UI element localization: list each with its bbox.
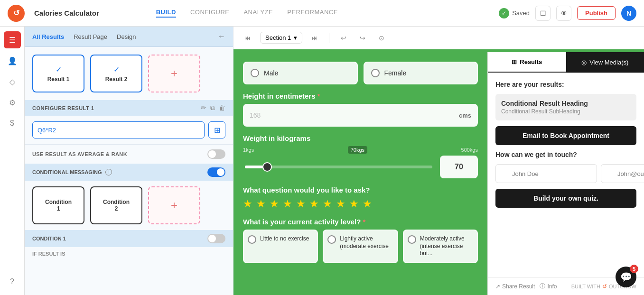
- activity2-radio[interactable]: [327, 235, 336, 244]
- height-input-row[interactable]: 168 cms: [243, 104, 478, 127]
- panel-back-arrow[interactable]: ←: [218, 32, 225, 41]
- saved-check-icon: ✓: [499, 8, 509, 18]
- activity1-radio[interactable]: [248, 235, 256, 244]
- formula-icon-btn[interactable]: ⊞: [208, 121, 225, 138]
- male-option[interactable]: Male: [243, 62, 358, 84]
- star-4[interactable]: ★: [283, 198, 292, 210]
- delete-icon[interactable]: 🗑: [219, 104, 225, 112]
- nav-build[interactable]: BUILD: [156, 9, 176, 18]
- result2-label: Result 2: [105, 76, 128, 83]
- star-7[interactable]: ★: [323, 198, 332, 210]
- result-card-1[interactable]: ✓ Result 1: [32, 55, 84, 92]
- section-select[interactable]: Section 1 ▾: [260, 32, 302, 44]
- condition-card-2[interactable]: Condition 2: [90, 186, 142, 224]
- activity3-radio[interactable]: [408, 235, 416, 244]
- gender-row: Male Female: [243, 62, 478, 84]
- main-area: ☰ 👤 ◇ ⚙ $ ? All Results Result Page Desi…: [0, 27, 644, 295]
- weight-section: Weight in kilograms 1kgs 70kgs 500kgs: [243, 134, 478, 178]
- nav-performance[interactable]: PERFORMANCE: [287, 9, 338, 18]
- tab-all-results[interactable]: All Results: [32, 33, 64, 40]
- view-media-btn[interactable]: ◎ View Media(s): [566, 52, 644, 73]
- share-result-link[interactable]: ↗ Share Result: [495, 282, 535, 290]
- conditional-info-icon[interactable]: i: [105, 169, 112, 175]
- activity-row: Little to no exercise Lightly active (mo…: [243, 230, 478, 263]
- left-panel: All Results Result Page Design ← ✓ Resul…: [25, 27, 233, 295]
- contact-heading: How can we get in touch?: [495, 151, 636, 158]
- condition1-toggle[interactable]: [207, 234, 225, 243]
- footer-links: ↗ Share Result ⓘ Info: [495, 282, 557, 290]
- star-1[interactable]: ★: [243, 198, 252, 210]
- preview-area: ⏮ Section 1 ▾ ⏭ ↩ ↪ ⊙ Male: [233, 27, 644, 295]
- add-result-button[interactable]: +: [148, 55, 200, 92]
- results-side-panel: ⊞ Results ◎ View Media(s) Here are your …: [487, 52, 644, 295]
- chat-bubble[interactable]: 💬 5: [616, 267, 636, 287]
- info-link[interactable]: ⓘ Info: [540, 282, 557, 290]
- publish-button[interactable]: Publish: [577, 6, 616, 20]
- star-2[interactable]: ★: [256, 198, 266, 210]
- height-section: Height in centimeters * 168 cms: [243, 92, 478, 127]
- nav-right-area: ✓ Saved ☐ 👁 Publish N: [499, 6, 636, 21]
- results-tab[interactable]: ⊞ Results: [488, 52, 566, 73]
- chat-badge: 5: [630, 265, 638, 273]
- sidebar-item-diamond[interactable]: ◇: [4, 73, 21, 90]
- nav-configure[interactable]: CONFIGURE: [190, 9, 230, 18]
- condition-cards-row: Condition 1 Condition 2 +: [25, 181, 233, 230]
- activity-option-3[interactable]: Moderately active (intense exercise but.…: [403, 230, 478, 263]
- weight-slider-container: 1kgs 70kgs 500kgs: [243, 146, 478, 154]
- conditional-toggle[interactable]: [207, 167, 225, 177]
- email-input[interactable]: [601, 164, 644, 183]
- weight-row: 70: [243, 156, 478, 178]
- left-icon-sidebar: ☰ 👤 ◇ ⚙ $ ?: [0, 27, 25, 295]
- panel-header: All Results Result Page Design ←: [25, 27, 233, 47]
- edit-icon[interactable]: ✏: [201, 104, 206, 112]
- sidebar-item-gear[interactable]: ⚙: [4, 94, 21, 111]
- activity-section: What is your current activity level? * L…: [243, 218, 478, 263]
- result-card-2[interactable]: ✓ Result 2: [90, 55, 142, 92]
- formula-input[interactable]: [32, 121, 205, 138]
- female-option[interactable]: Female: [364, 62, 478, 84]
- skip-back-btn[interactable]: ⏮: [241, 31, 254, 45]
- star-8[interactable]: ★: [336, 198, 345, 210]
- top-navigation: ↺ Calories Calculator BUILD CONFIGURE AN…: [0, 0, 644, 27]
- slider-thumb[interactable]: [262, 162, 272, 172]
- sidebar-item-dollar[interactable]: $: [4, 115, 21, 132]
- condition-card-1[interactable]: Condition 1: [32, 186, 84, 224]
- star-3[interactable]: ★: [270, 198, 279, 210]
- sidebar-item-person[interactable]: 👤: [4, 52, 21, 69]
- activity-option-1[interactable]: Little to no exercise: [243, 230, 318, 263]
- conditional-result-box: Conditional Result Heading Conditional R…: [495, 94, 636, 120]
- star-6[interactable]: ★: [309, 198, 319, 210]
- configure-result-actions: ✏ ⧉ 🗑: [201, 104, 225, 112]
- nav-icon-box[interactable]: ☐: [535, 6, 551, 21]
- sidebar-item-list[interactable]: ☰: [4, 31, 21, 48]
- user-avatar[interactable]: N: [621, 6, 636, 21]
- star-9[interactable]: ★: [349, 198, 359, 210]
- configure-result-header: CONFIGURE RESULT 1 ✏ ⧉ 🗑: [25, 100, 233, 116]
- results-icon: ⊞: [512, 58, 517, 65]
- redo-btn[interactable]: ↪: [356, 31, 369, 45]
- female-radio[interactable]: [371, 69, 380, 77]
- tab-result-page[interactable]: Result Page: [74, 33, 107, 40]
- copy-icon[interactable]: ⧉: [210, 104, 215, 112]
- section-name: Section 1: [265, 34, 291, 41]
- tab-design[interactable]: Design: [117, 33, 136, 40]
- formula-row: ⊞: [25, 116, 233, 144]
- user-icon-btn[interactable]: ⊙: [375, 31, 388, 45]
- average-rank-toggle[interactable]: [207, 149, 225, 159]
- star-5[interactable]: ★: [296, 198, 306, 210]
- add-condition-button[interactable]: +: [148, 186, 200, 224]
- email-book-btn[interactable]: Email to Book Appointment: [495, 126, 636, 145]
- build-quiz-btn[interactable]: Build your own quiz.: [495, 189, 636, 208]
- male-radio[interactable]: [251, 69, 259, 77]
- info-circle-icon: ⓘ: [540, 282, 545, 290]
- weight-slider-track[interactable]: [245, 166, 432, 168]
- undo-btn[interactable]: ↩: [337, 31, 350, 45]
- nav-eye-btn[interactable]: 👁: [556, 6, 571, 21]
- skip-forward-btn[interactable]: ⏭: [308, 31, 321, 45]
- star-row[interactable]: ★ ★ ★ ★ ★ ★ ★ ★ ★ ★: [243, 198, 478, 210]
- name-input[interactable]: [495, 164, 597, 183]
- activity-option-2[interactable]: Lightly active (moderate exercise: [323, 230, 398, 263]
- sidebar-item-help[interactable]: ?: [4, 273, 21, 290]
- nav-analyze[interactable]: ANALYZE: [243, 9, 273, 18]
- star-10[interactable]: ★: [363, 198, 372, 210]
